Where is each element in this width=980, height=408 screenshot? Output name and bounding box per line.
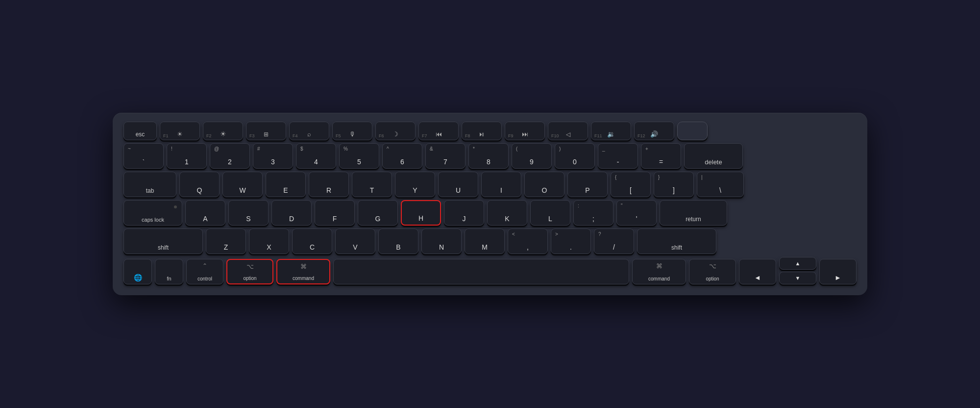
key-f6[interactable]: ☽ F6 xyxy=(375,122,416,140)
key-6[interactable]: ^ 6 xyxy=(382,143,422,169)
key-slash[interactable]: ? / xyxy=(594,229,634,254)
key-g[interactable]: G xyxy=(358,200,398,226)
key-p[interactable]: P xyxy=(567,172,608,197)
key-lbracket[interactable]: { [ xyxy=(611,172,651,197)
key-0[interactable]: ) 0 xyxy=(555,143,595,169)
key-equals[interactable]: + = xyxy=(641,143,681,169)
key-w[interactable]: W xyxy=(222,172,263,197)
key-command-left[interactable]: ⌘ command xyxy=(276,259,330,284)
key-semicolon[interactable]: : ; xyxy=(573,200,613,226)
key-t[interactable]: T xyxy=(352,172,392,197)
key-a[interactable]: A xyxy=(185,200,225,226)
key-f4[interactable]: ⌕ F4 xyxy=(289,122,329,140)
key-r[interactable]: R xyxy=(309,172,349,197)
key-2[interactable]: @ 2 xyxy=(210,143,250,169)
bottom-row: 🌐 fn ⌃ control ⌥ option ⌘ command ⌘ comm… xyxy=(123,257,857,284)
home-row: caps lock A S D F G H J K L : ; " ' retu… xyxy=(123,200,857,226)
key-f2[interactable]: ☀ F2 xyxy=(203,122,243,140)
key-i[interactable]: I xyxy=(481,172,521,197)
key-1[interactable]: ! 1 xyxy=(167,143,207,169)
key-comma[interactable]: < , xyxy=(508,229,548,254)
key-d[interactable]: D xyxy=(271,200,312,226)
key-f[interactable]: F xyxy=(315,200,355,226)
key-m[interactable]: M xyxy=(465,229,505,254)
key-z[interactable]: Z xyxy=(206,229,246,254)
key-option-left[interactable]: ⌥ option xyxy=(226,259,273,284)
arrow-up-down-container: ▲ ▼ xyxy=(779,257,816,284)
key-n[interactable]: N xyxy=(421,229,462,254)
keyboard: esc ☀ F1 ☀ F2 ⊞ F3 ⌕ F4 🎙 F5 ☽ F6 ⏮ F7 xyxy=(113,113,867,295)
key-f1[interactable]: ☀ F1 xyxy=(160,122,200,140)
key-j[interactable]: J xyxy=(444,200,484,226)
key-f7[interactable]: ⏮ F7 xyxy=(418,122,459,140)
key-f5[interactable]: 🎙 F5 xyxy=(332,122,372,140)
key-delete[interactable]: delete xyxy=(684,143,743,169)
key-option-right[interactable]: ⌥ option xyxy=(689,259,736,284)
key-arrow-right[interactable]: ► xyxy=(819,259,857,284)
key-arrow-down[interactable]: ▼ xyxy=(779,272,816,284)
key-quote[interactable]: " ' xyxy=(616,200,657,226)
key-shift-right[interactable]: shift xyxy=(637,229,716,254)
key-f9[interactable]: ⏭ F9 xyxy=(505,122,545,140)
key-k[interactable]: K xyxy=(487,200,527,226)
key-command-right[interactable]: ⌘ command xyxy=(632,259,686,284)
key-s[interactable]: S xyxy=(228,200,269,226)
qwerty-row: tab Q W E R T Y U I O P { [ } ] | \ xyxy=(123,172,857,197)
shift-row: shift Z X C V B N M < , > . ? / shift xyxy=(123,229,857,254)
key-arrow-left[interactable]: ◄ xyxy=(739,259,776,284)
key-globe[interactable]: 🌐 xyxy=(123,259,152,284)
key-esc[interactable]: esc xyxy=(123,122,157,140)
key-f11[interactable]: 🔉 F11 xyxy=(591,122,631,140)
key-l[interactable]: L xyxy=(530,200,570,226)
key-v[interactable]: V xyxy=(335,229,375,254)
key-4[interactable]: $ 4 xyxy=(296,143,336,169)
number-row: ~ ` ! 1 @ 2 # 3 $ 4 % 5 ^ 6 & 7 xyxy=(123,143,857,169)
key-fn[interactable]: fn xyxy=(155,259,183,284)
key-7[interactable]: & 7 xyxy=(425,143,466,169)
key-3[interactable]: # 3 xyxy=(253,143,293,169)
key-h[interactable]: H xyxy=(401,200,441,226)
key-minus[interactable]: _ - xyxy=(598,143,638,169)
key-rbracket[interactable]: } ] xyxy=(654,172,694,197)
key-o[interactable]: O xyxy=(524,172,564,197)
key-x[interactable]: X xyxy=(249,229,289,254)
key-control[interactable]: ⌃ control xyxy=(186,259,223,284)
key-return[interactable]: return xyxy=(660,200,727,226)
key-space[interactable] xyxy=(333,259,629,284)
key-8[interactable]: * 8 xyxy=(468,143,509,169)
key-f10[interactable]: ◁ F10 xyxy=(548,122,588,140)
key-backtick[interactable]: ~ ` xyxy=(123,143,164,169)
key-b[interactable]: B xyxy=(378,229,418,254)
key-shift-left[interactable]: shift xyxy=(123,229,203,254)
key-arrow-up[interactable]: ▲ xyxy=(779,257,816,270)
key-tab[interactable]: tab xyxy=(123,172,176,197)
key-capslock[interactable]: caps lock xyxy=(123,200,182,226)
key-9[interactable]: ( 9 xyxy=(512,143,552,169)
key-e[interactable]: E xyxy=(266,172,306,197)
key-f8[interactable]: ⏯ F8 xyxy=(462,122,502,140)
key-f3[interactable]: ⊞ F3 xyxy=(246,122,286,140)
key-u[interactable]: U xyxy=(438,172,478,197)
key-f12[interactable]: 🔊 F12 xyxy=(634,122,674,140)
key-period[interactable]: > . xyxy=(551,229,591,254)
key-y[interactable]: Y xyxy=(395,172,435,197)
key-backslash[interactable]: | \ xyxy=(697,172,744,197)
fn-row: esc ☀ F1 ☀ F2 ⊞ F3 ⌕ F4 🎙 F5 ☽ F6 ⏮ F7 xyxy=(123,122,857,140)
key-c[interactable]: C xyxy=(292,229,332,254)
key-q[interactable]: Q xyxy=(179,172,220,197)
key-touchid[interactable] xyxy=(677,122,708,140)
key-5[interactable]: % 5 xyxy=(339,143,379,169)
